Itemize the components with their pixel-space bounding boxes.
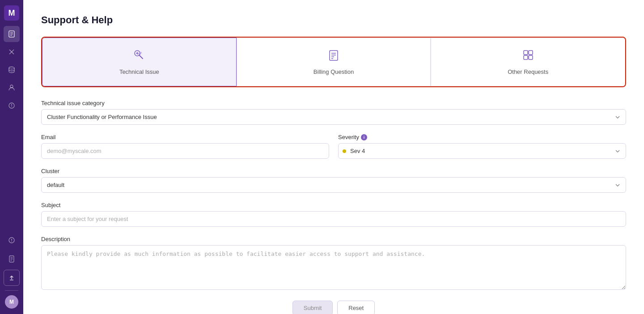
subject-input[interactable] (41, 211, 626, 227)
billing-question-icon (327, 49, 340, 63)
description-textarea[interactable] (41, 245, 626, 290)
svg-rect-28 (524, 51, 528, 55)
subject-label: Subject (41, 202, 626, 208)
svg-point-6 (9, 67, 14, 69)
category-card-technical-issue-label: Technical Issue (119, 68, 159, 75)
technical-issue-category-label: Technical issue category (41, 100, 626, 106)
button-row: Submit Reset (41, 301, 626, 314)
sidebar-item-database[interactable] (4, 62, 20, 78)
technical-issue-category-select[interactable]: Cluster Functionality or Performance Iss… (41, 109, 626, 125)
cluster-select[interactable]: default cluster-1 cluster-2 (41, 177, 626, 193)
other-requests-icon (522, 49, 534, 63)
email-section: Email (41, 134, 329, 159)
user-icon (8, 84, 16, 92)
severity-label: Severity i (338, 134, 626, 140)
close-icon (8, 48, 15, 55)
description-label: Description (41, 236, 626, 242)
svg-rect-30 (524, 55, 528, 59)
sidebar-divider (5, 290, 18, 291)
svg-rect-23 (330, 51, 338, 60)
cluster-section: Cluster default cluster-1 cluster-2 (41, 168, 626, 193)
cluster-label: Cluster (41, 168, 626, 174)
category-card-other-label: Other Requests (508, 68, 548, 75)
technical-issue-category-section: Technical issue category Cluster Functio… (41, 100, 626, 125)
svg-point-10 (11, 106, 12, 107)
main-content: Support & Help Technical Issue (23, 0, 644, 314)
sidebar-item-upload[interactable] (4, 270, 20, 286)
upload-icon (8, 274, 16, 282)
submit-button[interactable]: Submit (292, 301, 333, 314)
sidebar-item-warning[interactable] (4, 232, 20, 248)
email-severity-row: Email Severity i Sev 1 Sev 2 Sev 3 Sev 4 (41, 134, 626, 159)
svg-rect-29 (529, 51, 533, 55)
sidebar: M (0, 0, 23, 314)
technical-issue-icon (133, 49, 145, 63)
email-input[interactable] (41, 143, 329, 159)
svg-line-20 (140, 55, 143, 59)
category-card-billing-question[interactable]: Billing Question (237, 38, 431, 86)
sidebar-item-reports[interactable] (4, 26, 20, 42)
reset-button[interactable]: Reset (337, 301, 375, 314)
svg-point-7 (10, 85, 13, 88)
alert-icon (8, 102, 16, 110)
category-row: Technical Issue Billing Question (41, 37, 626, 87)
subject-section: Subject (41, 202, 626, 227)
description-section: Description (41, 236, 626, 292)
sidebar-item-doc[interactable] (4, 251, 20, 267)
category-card-technical-issue[interactable]: Technical Issue (42, 38, 237, 86)
svg-rect-31 (529, 55, 533, 59)
category-card-billing-label: Billing Question (314, 68, 354, 75)
avatar[interactable]: M (5, 295, 18, 309)
database-icon (8, 66, 16, 74)
severity-info-icon: i (361, 134, 367, 140)
sidebar-item-close[interactable] (4, 44, 20, 60)
severity-wrapper: Sev 1 Sev 2 Sev 3 Sev 4 (338, 143, 626, 159)
email-label: Email (41, 134, 329, 140)
severity-section: Severity i Sev 1 Sev 2 Sev 3 Sev 4 (338, 134, 626, 159)
page-title: Support & Help (41, 14, 626, 26)
category-card-other-requests[interactable]: Other Requests (431, 38, 625, 86)
sidebar-logo[interactable]: M (4, 5, 19, 21)
svg-point-13 (11, 241, 12, 242)
severity-dot (343, 149, 346, 153)
warning-icon (8, 236, 16, 244)
sidebar-item-user[interactable] (4, 80, 20, 96)
sidebar-item-alert[interactable] (4, 98, 20, 114)
sidebar-bottom: M (4, 232, 20, 309)
reports-icon (8, 30, 16, 38)
document-icon (8, 255, 16, 263)
severity-select[interactable]: Sev 1 Sev 2 Sev 3 Sev 4 (338, 143, 626, 159)
